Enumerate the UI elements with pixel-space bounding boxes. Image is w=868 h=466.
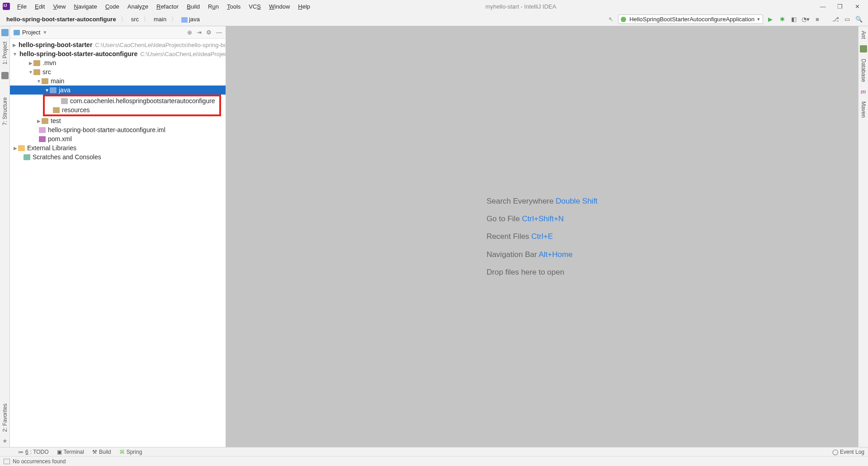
search-icon[interactable]: 🔍 — [854, 15, 863, 24]
highlight-annotation: com.caochenlei.hellospringbootstarteraut… — [43, 95, 221, 116]
build-icon[interactable]: ↖ — [606, 15, 615, 24]
gutter-square-icon[interactable] — [1, 72, 9, 79]
maven-gutter-icon[interactable]: m — [861, 88, 866, 95]
tree-test[interactable]: test — [10, 116, 226, 125]
minimize-button[interactable]: — — [818, 3, 827, 10]
menu-help[interactable]: Help — [294, 2, 314, 11]
tab-todo[interactable]: ≔66: TODO: TODO — [18, 449, 49, 455]
menu-file[interactable]: File — [14, 2, 30, 11]
menu-navigate[interactable]: Navigate — [70, 2, 100, 11]
tree-external-libs[interactable]: External Libraries — [10, 143, 226, 152]
chevron-down-icon: ▼ — [42, 30, 47, 35]
maximize-button[interactable]: ❐ — [835, 3, 844, 10]
breadcrumb-main[interactable]: main — [152, 15, 168, 24]
project-panel: Project ▼ ⊕ ⇥ ⚙ — hello-spring-boot-star… — [10, 26, 226, 447]
breadcrumb-java[interactable]: java — [179, 15, 202, 24]
tree-label: src — [42, 68, 51, 76]
gutter-maven[interactable]: Maven — [860, 100, 867, 119]
tree-label: hello-spring-boot-starter-autoconfigure — [19, 50, 137, 57]
expand-arrow-icon[interactable] — [36, 79, 42, 84]
expand-arrow-icon[interactable] — [36, 119, 42, 124]
tree-label: hello-spring-boot-starter — [19, 41, 92, 48]
collapse-icon[interactable]: ⇥ — [197, 29, 202, 36]
status-message: No occurrences found — [13, 458, 66, 465]
tab-build[interactable]: ⚒Build — [92, 449, 111, 455]
menu-refactor[interactable]: Refactor — [153, 2, 182, 11]
expand-arrow-icon[interactable] — [44, 88, 50, 93]
menu-run[interactable]: Run — [204, 2, 222, 11]
tree-package[interactable]: com.caochenlei.hellospringbootstarteraut… — [45, 96, 219, 105]
layout-icon[interactable]: ▭ — [843, 15, 852, 24]
run-config-label: HelloSpringBootStarterAutoconfigureAppli… — [629, 16, 755, 23]
maven-file-icon — [39, 136, 46, 142]
tree-label: .mvn — [42, 59, 56, 67]
run-icon[interactable]: ▶ — [766, 15, 775, 24]
tree-main[interactable]: main — [10, 76, 226, 86]
tree-mvn[interactable]: .mvn — [10, 58, 226, 67]
expand-arrow-icon[interactable] — [28, 70, 33, 75]
menu-vcs[interactable]: VCS — [245, 2, 264, 11]
hide-icon[interactable]: — — [216, 29, 222, 36]
project-tree[interactable]: hello-spring-boot-starter C:\Users\CaoCh… — [10, 39, 226, 447]
expand-arrow-icon[interactable] — [13, 52, 17, 57]
editor-empty-area[interactable]: Search Everywhere Double Shift Go to Fil… — [226, 26, 858, 447]
menu-window[interactable]: Window — [265, 2, 293, 11]
tree-label: com.caochenlei.hellospringbootstarteraut… — [70, 97, 215, 105]
tree-module-autoconfigure[interactable]: hello-spring-boot-starter-autoconfigure … — [10, 49, 226, 58]
gear-icon[interactable]: ⚙ — [206, 29, 212, 36]
menu-tools[interactable]: Tools — [223, 2, 244, 11]
coverage-icon[interactable]: ◧ — [789, 15, 798, 24]
folder-icon — [181, 17, 188, 23]
tree-iml[interactable]: hello-spring-boot-starter-autoconfigure.… — [10, 125, 226, 134]
spring-icon: ⌘ — [119, 449, 125, 455]
expand-arrow-icon[interactable] — [13, 43, 16, 48]
tree-label: External Libraries — [27, 144, 76, 152]
hint-search-label: Search Everywhere — [486, 197, 556, 205]
gutter-favorites[interactable]: 2: Favorites — [2, 402, 8, 434]
tree-resources[interactable]: resources — [45, 105, 219, 114]
debug-icon[interactable]: ✱ — [778, 15, 787, 24]
chevron-right-icon: 〉 — [143, 15, 149, 24]
expand-arrow-icon[interactable] — [28, 61, 33, 66]
close-button[interactable]: ✕ — [853, 3, 862, 10]
tree-java[interactable]: java — [10, 86, 226, 95]
run-config-selector[interactable]: HelloSpringBootStarterAutoconfigureAppli… — [618, 14, 763, 24]
project-panel-title[interactable]: Project ▼ — [14, 29, 47, 36]
gutter-project[interactable]: 1: Project — [2, 40, 8, 67]
project-icon — [14, 30, 20, 35]
breadcrumb-java-label: java — [189, 16, 200, 23]
locate-icon[interactable]: ⊕ — [187, 29, 192, 36]
tab-eventlog-label: Event Log — [840, 449, 864, 455]
database-gutter-icon[interactable] — [860, 45, 867, 52]
menu-code[interactable]: Code — [102, 2, 123, 11]
menu-edit[interactable]: Edit — [31, 2, 48, 11]
left-gutter: 1: Project 7: Structure 2: Favorites ★ — [0, 26, 10, 447]
source-folder-icon — [50, 87, 57, 93]
vcs-icon[interactable]: ⎇ — [831, 15, 840, 24]
tree-module-starter[interactable]: hello-spring-boot-starter C:\Users\CaoCh… — [10, 40, 226, 49]
breadcrumb: hello-spring-boot-starter-autoconfigure … — [5, 15, 202, 24]
profile-icon[interactable]: ◔▾ — [801, 15, 810, 24]
project-gutter-icon[interactable] — [1, 29, 9, 36]
stop-icon[interactable]: ■ — [813, 15, 822, 24]
chevron-right-icon: 〉 — [171, 15, 177, 24]
menu-build[interactable]: Build — [183, 2, 203, 11]
tree-src[interactable]: src — [10, 67, 226, 76]
expand-arrow-icon[interactable] — [13, 146, 18, 151]
gutter-database[interactable]: Database — [860, 57, 867, 84]
statusbar-icon[interactable] — [4, 459, 10, 464]
eventlog-icon: ◯ — [832, 449, 838, 455]
tab-terminal[interactable]: ▣Terminal — [57, 449, 84, 455]
gutter-structure[interactable]: 7: Structure — [2, 95, 8, 127]
tab-spring[interactable]: ⌘Spring — [119, 449, 142, 455]
menu-view[interactable]: View — [49, 2, 69, 11]
tree-label: Scratches and Consoles — [33, 153, 101, 161]
menu-analyze[interactable]: Analyze — [124, 2, 152, 11]
tree-path: C:\Users\CaoChenLei\IdeaProjects — [140, 51, 226, 57]
tree-scratches[interactable]: Scratches and Consoles — [10, 152, 226, 162]
gutter-ant[interactable]: Ant — [860, 29, 867, 41]
breadcrumb-src[interactable]: src — [129, 15, 141, 24]
tab-event-log[interactable]: ◯Event Log — [832, 449, 864, 455]
breadcrumb-root[interactable]: hello-spring-boot-starter-autoconfigure — [5, 15, 118, 24]
tree-pom[interactable]: pom.xml — [10, 134, 226, 143]
